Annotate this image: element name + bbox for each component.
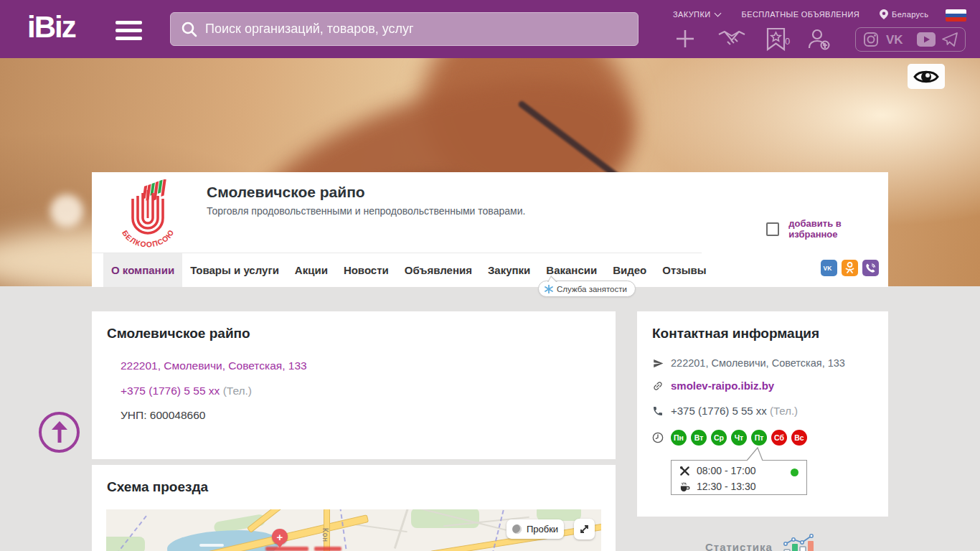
map-red-label — [314, 547, 341, 551]
site-logo[interactable]: iBiz — [27, 10, 75, 44]
nav-zakupki[interactable]: ЗАКУПКИ — [673, 10, 720, 19]
hours-tooltip-pointer — [745, 446, 765, 461]
odnoklassniki-icon[interactable] — [842, 260, 858, 276]
tab-products[interactable]: Товары и услуги — [182, 253, 287, 287]
day-badge-mon[interactable]: Пн — [671, 430, 687, 446]
map-red-label — [265, 547, 308, 551]
coffee-break-icon — [679, 481, 690, 492]
phone-icon — [652, 405, 664, 417]
map-card: Схема проезда + Кон Пробки — [92, 465, 616, 551]
scroll-to-top-button[interactable] — [39, 412, 80, 453]
instagram-icon[interactable] — [863, 32, 879, 47]
tab-procurement[interactable]: Закупки — [480, 253, 538, 287]
statistics-chart-icon — [783, 534, 817, 551]
contact-title: Контактная информация — [652, 326, 819, 342]
day-badge-fri[interactable]: Пт — [751, 430, 767, 446]
company-card: БЕЛКООПСОЮЗ Смолевичское райпо Торговля … — [92, 172, 888, 287]
open-now-indicator — [791, 468, 798, 476]
work-tools-icon — [679, 466, 690, 476]
map-expand-button[interactable] — [574, 519, 595, 540]
contact-website-row: smolev-raipo.ibiz.by — [651, 380, 774, 392]
traffic-button[interactable]: Пробки — [507, 519, 564, 539]
vk-glyph: VK — [886, 33, 903, 47]
hero-bokeh — [50, 194, 83, 227]
company-social-links: VK — [821, 260, 879, 276]
employment-service-icon — [545, 285, 553, 293]
favorites-count: 0 — [785, 36, 790, 47]
about-phone-link[interactable]: +375 (1776) 5 55 xx — [121, 385, 220, 397]
about-unp: УНП: 600048660 — [121, 409, 205, 422]
user-add-icon[interactable] — [807, 28, 830, 51]
location-selector[interactable]: Беларусь — [880, 9, 928, 19]
contact-phone[interactable]: +375 (1776) 5 55 xx — [671, 405, 767, 417]
top-header: iBiz ЗАКУПКИ БЕСПЛАТНЫЕ ОБЪЯВЛЕНИЯ Белар… — [0, 0, 980, 58]
youtube-icon[interactable] — [917, 32, 936, 47]
day-badge-tue[interactable]: Вт — [691, 430, 707, 446]
map[interactable]: + Кон Пробки — [106, 509, 601, 551]
views-eye-button[interactable] — [908, 64, 945, 89]
working-days-row: Пн Вт Ср Чт Пт Сб Вс — [651, 430, 811, 446]
vk-icon[interactable]: VK — [885, 32, 910, 47]
viber-icon[interactable] — [862, 260, 879, 276]
expand-icon — [579, 524, 590, 534]
work-hours: 08:00 - 17:00 — [697, 465, 756, 476]
tab-news[interactable]: Новости — [336, 253, 397, 287]
about-title: Смолевичское райпо — [107, 326, 250, 342]
location-label: Беларусь — [892, 10, 928, 19]
eye-icon — [913, 68, 939, 85]
contact-phone-row: +375 (1776) 5 55 xx (Тел.) — [651, 405, 798, 417]
statistics-label: Статистика — [705, 541, 773, 551]
traffic-icon — [512, 524, 522, 534]
statistics-section[interactable]: Статистика — [705, 534, 817, 551]
map-title: Схема проезда — [107, 479, 208, 495]
favorite-checkbox[interactable] — [766, 222, 779, 236]
map-lake-highlight — [199, 544, 224, 547]
nav-free-ads[interactable]: БЕСПЛАТНЫЕ ОБЪЯВЛЕНИЯ — [742, 10, 860, 19]
company-name: Смолевичское райпо — [207, 184, 365, 201]
location-pin-icon — [880, 9, 888, 19]
vk-icon[interactable]: VK — [821, 260, 837, 276]
about-card: Смолевичское райпо 222201, Смолевичи, Со… — [92, 311, 616, 459]
about-phone-note: (Тел.) — [223, 385, 252, 397]
search-input[interactable] — [198, 13, 638, 45]
map-boundary — [339, 509, 348, 551]
search-icon — [181, 21, 198, 38]
nav-free-ads-label: БЕСПЛАТНЫЕ ОБЪЯВЛЕНИЯ — [742, 10, 860, 19]
day-badge-wed[interactable]: Ср — [711, 430, 727, 446]
header-top-links: ЗАКУПКИ БЕСПЛАТНЫЕ ОБЪЯВЛЕНИЯ Беларусь — [673, 9, 928, 19]
vk-glyph: VK — [824, 265, 833, 272]
contact-address-row: 222201, Смолевичи, Советская, 133 — [651, 357, 845, 369]
handshake-icon[interactable] — [717, 30, 746, 49]
break-hours: 12:30 - 13:30 — [697, 481, 756, 492]
add-to-favorites[interactable]: добавить в избранное — [766, 218, 888, 240]
tab-promotions[interactable]: Акции — [287, 253, 336, 287]
day-badge-sat[interactable]: Сб — [771, 430, 787, 446]
tab-ads[interactable]: Объявления — [397, 253, 480, 287]
vacancies-tooltip: Служба занятости — [538, 281, 636, 297]
nav-zakupki-label: ЗАКУПКИ — [673, 10, 711, 19]
company-logo: БЕЛКООПСОЮЗ — [112, 179, 184, 248]
vacancies-tooltip-label: Служба занятости — [557, 285, 627, 293]
link-icon — [650, 377, 666, 394]
contact-address: 222201, Смолевичи, Советская, 133 — [671, 357, 845, 369]
favorites-bookmark-icon[interactable] — [766, 27, 786, 51]
tab-about[interactable]: О компании — [103, 253, 182, 287]
tab-reviews[interactable]: Отзывы — [654, 253, 714, 287]
hospital-marker-icon[interactable]: + — [272, 529, 288, 545]
contact-website-link[interactable]: smolev-raipo.ibiz.by — [671, 380, 774, 392]
hamburger-menu-icon[interactable] — [116, 21, 142, 40]
working-hours-tooltip: 08:00 - 17:00 12:30 - 13:30 — [671, 460, 807, 495]
navigation-arrow-icon — [653, 358, 664, 369]
header-social-links: VK — [855, 27, 966, 52]
search-bar — [170, 12, 639, 46]
language-flag-russia[interactable] — [946, 9, 966, 22]
add-plus-icon[interactable] — [675, 29, 695, 49]
about-address-link[interactable]: 222201, Смолевичи, Советская, 133 — [121, 359, 307, 372]
day-badge-sun[interactable]: Вс — [791, 430, 807, 446]
company-description: Торговля продовольственными и непродовол… — [207, 205, 525, 217]
telegram-icon[interactable] — [942, 32, 958, 47]
day-badge-thu[interactable]: Чт — [731, 430, 747, 446]
clock-icon — [652, 432, 664, 443]
favorite-label: добавить в избранное — [788, 218, 888, 240]
map-green-area — [106, 537, 145, 551]
